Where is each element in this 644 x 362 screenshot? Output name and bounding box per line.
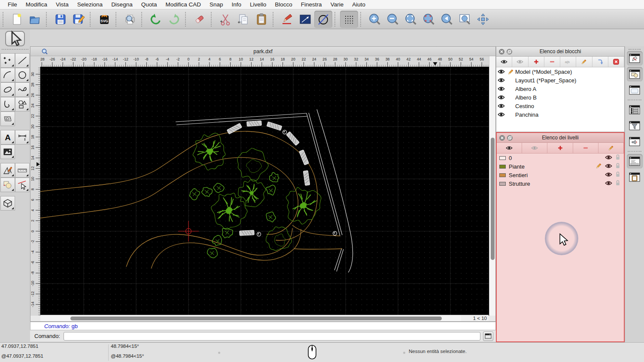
arc-tool-button[interactable] xyxy=(0,68,15,82)
eraser-button[interactable] xyxy=(191,11,209,28)
line-tool2-button[interactable] xyxy=(15,53,30,68)
palette-drag-handle[interactable] xyxy=(2,49,28,50)
vertical-scrollbar[interactable] xyxy=(489,56,495,316)
menu-item-vista[interactable]: Vista xyxy=(52,0,73,9)
shapes-tool-button[interactable] xyxy=(15,97,30,112)
menu-item-aiuto[interactable]: Aiuto xyxy=(348,0,370,9)
eye-gray-button[interactable] xyxy=(512,57,528,67)
layer-row[interactable]: Strutture xyxy=(497,179,624,188)
block-row[interactable]: Albero A xyxy=(496,84,624,93)
dock-drag-handle[interactable] xyxy=(629,49,641,50)
grid-button[interactable] xyxy=(340,11,358,28)
eye-icon[interactable] xyxy=(605,163,612,170)
visibility-slot[interactable] xyxy=(496,69,506,74)
lock-icon[interactable] xyxy=(615,154,620,162)
text-tool-button[interactable]: A xyxy=(0,130,15,145)
block-row[interactable]: Cestino xyxy=(496,102,624,110)
layer-panel-titlebar[interactable]: Elenco dei livelli xyxy=(497,133,624,143)
layer-color-swatch[interactable] xyxy=(499,182,506,186)
window-speaker-toggle-button[interactable] xyxy=(627,134,643,149)
minus-button[interactable] xyxy=(544,57,560,67)
visibility-slot[interactable] xyxy=(496,78,506,83)
menu-item-modifica[interactable]: Modifica xyxy=(21,0,52,9)
eye-icon[interactable] xyxy=(605,172,612,178)
eye-icon[interactable] xyxy=(498,95,505,100)
zoom-pan-button[interactable] xyxy=(474,11,492,28)
points-tool-button[interactable] xyxy=(0,53,15,68)
visibility-slot[interactable] xyxy=(496,103,506,109)
circle-slash-button[interactable] xyxy=(314,11,332,28)
svg-export-button[interactable]: SVG xyxy=(95,11,113,28)
eye-icon[interactable] xyxy=(498,78,505,83)
window-command-toggle-button[interactable] xyxy=(627,154,643,169)
zoom-auto-button[interactable] xyxy=(402,11,420,28)
visibility-slot[interactable] xyxy=(496,86,506,91)
pencil-button[interactable] xyxy=(576,57,592,67)
eye-icon[interactable] xyxy=(498,112,505,117)
block-row[interactable]: Layout1 (*Paper_Space) xyxy=(496,76,624,84)
dock-icon[interactable] xyxy=(507,135,513,141)
menu-item-quota[interactable]: Quota xyxy=(137,0,161,9)
line-tool-button[interactable] xyxy=(296,11,314,28)
layer-color-swatch[interactable] xyxy=(499,165,506,169)
block-panel-titlebar[interactable]: Elenco dei blocchi xyxy=(496,47,624,57)
menu-item-varie[interactable]: Varie xyxy=(326,0,348,9)
print-preview-button[interactable] xyxy=(121,11,139,28)
zoom-previous-button[interactable] xyxy=(438,11,456,28)
horizontal-scrollbar-handle[interactable] xyxy=(70,317,442,320)
misc-tools-button[interactable] xyxy=(0,163,15,178)
eye-button[interactable] xyxy=(497,143,522,153)
dock-icon[interactable] xyxy=(507,49,512,54)
menu-item-file[interactable]: File xyxy=(3,0,21,9)
dimension-tool-button[interactable] xyxy=(15,130,30,145)
layer-row[interactable]: Sentieri xyxy=(497,171,624,179)
window-blank-toggle-button[interactable] xyxy=(627,83,643,97)
menu-item-snap[interactable]: Snap xyxy=(205,0,228,9)
selection-tool-button[interactable] xyxy=(5,31,25,46)
close-icon[interactable] xyxy=(499,49,504,54)
eye-icon[interactable] xyxy=(605,181,612,187)
command-input[interactable] xyxy=(64,332,480,341)
eye-icon[interactable] xyxy=(605,155,612,161)
toolbar-drag-handle[interactable] xyxy=(3,12,6,27)
plus-button[interactable] xyxy=(529,57,544,67)
menu-item-info[interactable]: Info xyxy=(228,0,246,9)
close-icon[interactable] xyxy=(499,135,505,141)
layer-color-swatch[interactable] xyxy=(499,156,506,160)
plus-button[interactable] xyxy=(547,143,573,153)
measure-tool-button[interactable] xyxy=(15,163,30,178)
visibility-slot[interactable] xyxy=(496,112,506,117)
save-button[interactable] xyxy=(52,11,70,28)
drawing-canvas[interactable] xyxy=(40,67,489,316)
menu-item-disegna[interactable]: Disegna xyxy=(107,0,137,9)
block-row[interactable]: Model (*Model_Space) xyxy=(496,67,624,76)
layer-row[interactable]: 0 xyxy=(497,154,624,162)
menu-item-blocco[interactable]: Blocco xyxy=(270,0,297,9)
visibility-slot[interactable] xyxy=(496,95,506,100)
block-row[interactable]: Panchina xyxy=(496,110,624,119)
save-as-button[interactable] xyxy=(70,11,88,28)
zoom-selection-button[interactable] xyxy=(420,11,438,28)
eye-gray-button[interactable] xyxy=(522,143,547,153)
layer-row[interactable]: Piante xyxy=(497,162,624,171)
new-file-button[interactable] xyxy=(8,11,26,28)
window-filter-toggle-button[interactable] xyxy=(627,118,643,133)
delete-x-button[interactable] xyxy=(608,57,624,67)
eye-icon[interactable] xyxy=(498,69,505,74)
pen-button[interactable] xyxy=(278,11,296,28)
lock-icon[interactable] xyxy=(615,171,620,179)
document-titlebar[interactable]: park.dxf xyxy=(30,47,495,56)
lock-icon[interactable] xyxy=(615,163,620,170)
horizontal-scrollbar[interactable] xyxy=(40,315,468,321)
toggle-command-window-button[interactable] xyxy=(483,332,493,341)
insert-arrow-button[interactable] xyxy=(592,57,608,67)
polyline-tool-button[interactable] xyxy=(0,97,15,112)
menu-item-modifica-cad[interactable]: Modifica CAD xyxy=(161,0,205,9)
rename-ab-button[interactable]: a|b xyxy=(560,57,576,67)
lock-icon[interactable] xyxy=(615,180,620,187)
circle-tool-button[interactable] xyxy=(15,68,30,82)
paste-button[interactable] xyxy=(252,11,270,28)
menu-item-finestra[interactable]: Finestra xyxy=(297,0,326,9)
vertical-scrollbar-handle[interactable] xyxy=(491,138,495,260)
redo-button[interactable] xyxy=(165,11,183,28)
